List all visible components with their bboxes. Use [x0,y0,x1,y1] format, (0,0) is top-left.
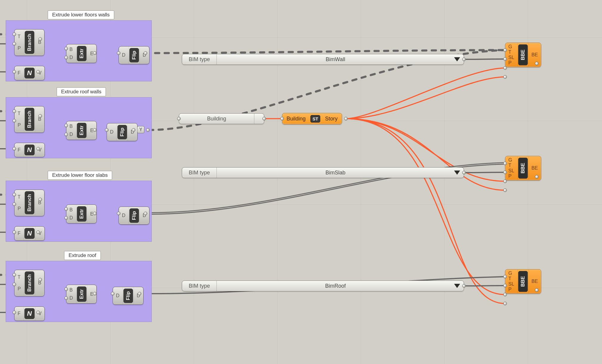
port-f[interactable]: F [18,70,21,76]
flip-component[interactable]: D Flip D [107,123,137,141]
port-t[interactable]: T [508,276,514,281]
port-f[interactable]: F [18,311,21,316]
branch-core: Branch [25,191,34,214]
branch-core: Branch [25,31,34,54]
panel-label: BIM type [182,54,217,64]
panel-label: Building [179,114,254,124]
negative-component[interactable]: F N V [14,66,45,80]
port-g[interactable]: G [508,44,514,49]
port-t[interactable]: T [18,34,21,39]
flip-component[interactable]: D Flip D [119,46,149,64]
bim-type-dropdown-wall[interactable]: BIM type BimWall [182,54,464,65]
extrude-component[interactable]: BD Extr E [66,285,97,303]
chevron-down-icon [454,171,460,175]
group-label: Extrude lower floor slabs [48,171,112,180]
port-b[interactable]: B [69,124,73,129]
story-component[interactable]: Building ST Story [282,113,342,124]
branch-component[interactable]: TP Branch B [14,270,44,296]
branch-core: Branch [25,272,34,295]
port-p[interactable]: P [18,286,21,292]
port-d[interactable]: D [69,55,73,60]
port-g[interactable]: G [508,157,514,163]
panel-value: BimSlab [217,168,454,178]
flip-core: Flip [129,48,139,62]
port-sl[interactable]: SL [508,168,514,174]
extr-core: Extr [77,286,86,302]
bim-type-dropdown-slab[interactable]: BIM type BimSlab [182,167,464,178]
extr-core: Extr [77,206,86,222]
flip-component[interactable]: D Flip D [119,207,149,224]
port-b[interactable]: B [69,207,73,213]
port-g[interactable]: G [508,271,514,276]
port-d[interactable]: D [116,293,120,298]
port-p[interactable]: P [508,287,514,292]
bim-type-dropdown-roof[interactable]: BIM type BimRoof [182,281,464,291]
panel-label: BIM type [182,281,217,291]
port-be[interactable]: BE [532,52,538,58]
port-story[interactable]: Story [321,116,342,122]
branch-component[interactable]: TP Branch B [14,106,44,133]
port-t[interactable]: T [508,49,514,55]
port-t[interactable]: T [18,194,21,200]
neg-core-icon: N [24,145,35,155]
bbe-core: BBE [518,271,528,292]
panel-label: BIM type [182,168,217,178]
negative-component[interactable]: F N V [14,306,45,321]
port-t[interactable]: T [508,163,514,168]
port-b[interactable]: B [69,287,73,293]
group-label: Extrude roof [64,251,101,260]
port-d[interactable]: D [69,295,73,301]
port-p[interactable]: P [18,206,21,211]
branch-component[interactable]: TP Branch B [14,190,44,216]
chevron-down-icon [454,57,460,61]
branch-core: Branch [25,108,34,131]
port-sl[interactable]: SL [508,281,514,287]
flip-core: Flip [129,208,139,223]
neg-core-icon: N [24,308,35,319]
group-label: Extrude lower floors walls [48,10,114,19]
port-sl[interactable]: SL [508,55,514,60]
port-d[interactable]: D [110,129,114,135]
extr-core: Extr [77,123,86,138]
bbe-core: BBE [518,158,528,179]
graft-toggle[interactable]: Y [137,126,144,133]
chevron-down-icon [454,284,460,288]
port-building[interactable]: Building [282,116,310,122]
port-d[interactable]: D [69,132,73,137]
port-be[interactable]: BE [532,279,538,284]
port-d[interactable]: D [122,213,126,218]
building-input-panel[interactable]: Building [179,113,264,124]
flip-component[interactable]: D Flip D [113,287,143,305]
extrude-component[interactable]: BD Extr E [66,44,97,63]
port-p[interactable]: P [508,60,514,66]
negative-component[interactable]: F N V [14,143,45,157]
branch-component[interactable]: TP Branch B [14,29,44,56]
port-f[interactable]: F [18,231,21,236]
bbe-core: BBE [518,44,528,65]
neg-core-icon: N [24,228,35,239]
port-be[interactable]: BE [532,165,538,171]
panel-value: BimRoof [217,281,454,291]
neg-core-icon: N [24,68,35,78]
flip-core: Flip [117,125,127,139]
flip-core: Flip [123,289,133,303]
port-d[interactable]: D [69,215,73,221]
port-p[interactable]: P [18,123,21,128]
story-core: ST [310,115,320,123]
port-p[interactable]: P [508,174,514,179]
extr-core: Extr [77,46,86,61]
extrude-component[interactable]: BD Extr E [66,121,97,140]
port-f[interactable]: F [18,147,21,153]
group-label: Extrude roof walls [57,87,106,96]
panel-value: BimWall [217,54,454,64]
extrude-component[interactable]: BD Extr E [66,205,97,223]
negative-component[interactable]: F N V [14,226,45,241]
port-p[interactable]: P [18,46,21,51]
port-d[interactable]: D [122,52,126,58]
port-b[interactable]: B [69,47,73,52]
port-t[interactable]: T [18,111,21,116]
port-t[interactable]: T [18,275,21,280]
